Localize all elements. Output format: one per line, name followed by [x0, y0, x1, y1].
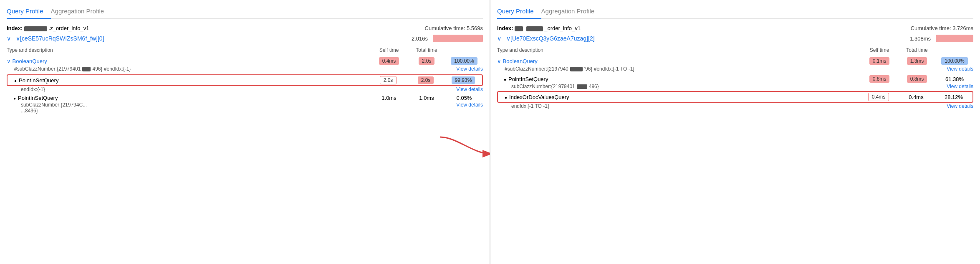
right-col-extra	[936, 47, 973, 53]
left-point2-pct-text: 0.05%	[457, 95, 472, 101]
right-shard-bar	[936, 35, 973, 42]
left-point2-desc: subClazzNumber:{219794C......8496}	[21, 102, 87, 114]
right-index-placeholder2	[526, 26, 543, 31]
left-cumulative: Cumulative time: 5.569s	[425, 25, 483, 31]
right-index-query-pct: 28.12%	[935, 94, 972, 100]
left-tab-query-profile[interactable]: Query Profile	[7, 4, 51, 19]
right-point1-view-details[interactable]: View details	[947, 84, 973, 89]
left-index-prefix: Index:	[7, 25, 23, 31]
right-boolean-query-name: ∨ BooleanQuery	[497, 58, 861, 64]
right-boolean-pct-badge: 100.00%	[941, 57, 967, 65]
left-point1-name-row: PointInSetQuery	[14, 77, 369, 84]
right-table-header: Type and description Self time Total tim…	[497, 46, 973, 54]
left-point2-pct: 0.05%	[445, 95, 483, 101]
left-col-extra	[445, 47, 483, 53]
right-point1-pct: 61.38%	[936, 76, 973, 82]
left-boolean-view-details[interactable]: View details	[456, 66, 483, 72]
right-index-query-desc: endIdx:[-1 TO -1]	[511, 103, 549, 109]
left-point2-self: 1.0ms	[370, 95, 408, 101]
right-index-query-dot	[505, 94, 509, 100]
left-boolean-desc-text2: 496} #endIdx:{-1}	[92, 66, 131, 72]
left-boolean-query-row: ∨ BooleanQuery 0.4ms 2.0s 100.00%	[7, 56, 483, 66]
right-point1-desc: subClazzNumber:{21979401 496}	[511, 84, 599, 89]
right-point1-dot	[504, 76, 508, 82]
left-point2-self-text: 1.0ms	[381, 95, 396, 101]
right-index-line: Index: _order_info_v1 Cumulative time: 3…	[497, 25, 973, 31]
left-shard-row: ∨ ∨[ceSE57ucRqSWIZsSM6f_fw][0] 2.016s	[7, 35, 483, 42]
right-panel: Query Profile Aggregation Profile Index:…	[490, 0, 980, 264]
right-index-query-view-details[interactable]: View details	[947, 103, 973, 109]
left-boolean-total-time: 2.0s	[408, 57, 445, 65]
left-shard-bar	[433, 35, 483, 42]
right-boolean-desc: #subClazzNumber:{2197940 '96} #endIdx:[-…	[497, 66, 973, 72]
left-shard-chevron: ∨	[7, 35, 11, 42]
right-shard-label[interactable]: ∨[Ue70ExscQ3yG6zaeA7uzag][2]	[506, 35, 595, 42]
right-shard-time: 1.308ms	[910, 36, 931, 42]
left-tab-aggregation-profile[interactable]: Aggregation Profile	[51, 4, 112, 19]
left-index-line: Index: .z_order_info_v1 Cumulative time:…	[7, 25, 483, 31]
right-index-query-total-text: 0.4ms	[909, 94, 923, 100]
right-shard-row: ∨ ∨[Ue70ExscQ3yG6zaeA7uzag][2] 1.308ms	[497, 35, 973, 42]
left-shard-label[interactable]: ∨[ceSE57ucRqSWIZsSM6f_fw][0]	[16, 35, 104, 42]
right-index-query-total: 0.4ms	[897, 94, 935, 100]
right-index-name: _order_info_v1	[544, 25, 581, 31]
left-point2-total-text: 1.0ms	[419, 95, 434, 101]
left-point1-desc-row: endIdx:{-1} View details	[7, 86, 483, 92]
right-cumulative: Cumulative time: 3.726ms	[911, 25, 973, 31]
right-boolean-desc-text2: '96} #endIdx:[-1 TO -1]	[584, 66, 634, 72]
right-boolean-desc-ph	[570, 67, 583, 71]
left-point1-total: 2.0s	[407, 76, 445, 84]
left-point1-view-details[interactable]: View details	[456, 86, 483, 92]
right-boolean-query-row: ∨ BooleanQuery 0.1ms 1.3ms 100.00%	[497, 56, 973, 66]
right-index-query-self-badge: 0.4ms	[868, 93, 889, 101]
right-point1-total: 0.8ms	[898, 75, 936, 83]
right-point1-desc-ph	[577, 84, 587, 89]
left-boolean-desc-ph	[82, 67, 91, 71]
left-point2-name-row: PointInSetQuery	[13, 95, 370, 101]
left-point2-view-details[interactable]: View details	[456, 102, 483, 114]
right-tabs: Query Profile Aggregation Profile	[497, 4, 973, 19]
left-point2-section: PointInSetQuery 1.0ms 1.0ms 0.05%	[7, 94, 483, 102]
right-index-query-name: IndexOrDocValuesQuery	[509, 94, 569, 100]
left-boolean-self-time: 0.4ms	[370, 57, 408, 65]
left-index-name: .z_order_info_v1	[49, 25, 89, 31]
left-boolean-query-name: ∨ BooleanQuery	[7, 58, 370, 64]
right-col-type: Type and description	[497, 47, 861, 53]
left-boolean-query-section: ∨ BooleanQuery 0.4ms 2.0s 100.00% #subCl…	[7, 56, 483, 72]
right-index-query-section: IndexOrDocValuesQuery 0.4ms 0.4ms 28.12%	[497, 91, 973, 103]
right-point1-name-row: PointInSetQuery	[504, 76, 861, 82]
right-point1-total-badge: 0.8ms	[907, 75, 927, 83]
right-boolean-desc-text1: #subClazzNumber:{2197940	[505, 66, 568, 72]
right-point1-desc-row: subClazzNumber:{21979401 496} View detai…	[497, 84, 973, 89]
left-point1-dot	[14, 77, 19, 84]
right-tab-aggregation-profile[interactable]: Aggregation Profile	[541, 4, 602, 19]
left-boolean-pct: 100.00%	[445, 57, 483, 65]
left-boolean-desc-text1: #subClazzNumber:{21979401	[14, 66, 81, 72]
right-boolean-self-badge: 0.1ms	[869, 57, 890, 65]
left-point1-pct-badge: 99.93%	[452, 76, 475, 84]
right-boolean-query-section: ∨ BooleanQuery 0.1ms 1.3ms 100.00% #subC…	[497, 56, 973, 72]
left-point1-total-badge: 2.0s	[418, 76, 434, 84]
right-index-prefix: Index:	[497, 25, 513, 31]
right-boolean-self-time: 0.1ms	[861, 57, 898, 65]
right-index-query-desc-row: endIdx:[-1 TO -1] View details	[497, 103, 973, 109]
left-point1-self: 2.0s	[369, 76, 407, 84]
left-panel: Query Profile Aggregation Profile Index:…	[0, 0, 490, 264]
right-index-query-self: 0.4ms	[860, 93, 897, 101]
left-boolean-pct-badge: 100.00%	[451, 57, 477, 65]
left-point2-total: 1.0ms	[408, 95, 445, 101]
left-point1-self-badge: 2.0s	[380, 76, 397, 84]
left-point1-desc: endIdx:{-1}	[21, 86, 45, 92]
right-boolean-view-details[interactable]: View details	[947, 66, 973, 72]
left-index-placeholder	[24, 26, 47, 31]
left-boolean-desc: #subClazzNumber:{21979401 496} #endIdx:{…	[7, 66, 483, 72]
left-col-self: Self time	[370, 47, 408, 53]
right-tab-query-profile[interactable]: Query Profile	[497, 4, 541, 19]
left-boolean-total-badge: 2.0s	[419, 57, 435, 65]
left-table-header: Type and description Self time Total tim…	[7, 46, 483, 54]
left-shard-time: 2.016s	[412, 36, 428, 42]
right-col-self: Self time	[861, 47, 898, 53]
right-shard-chevron: ∨	[497, 35, 501, 42]
right-point1-self-badge: 0.8ms	[869, 75, 890, 83]
left-point2-dot	[13, 95, 18, 101]
